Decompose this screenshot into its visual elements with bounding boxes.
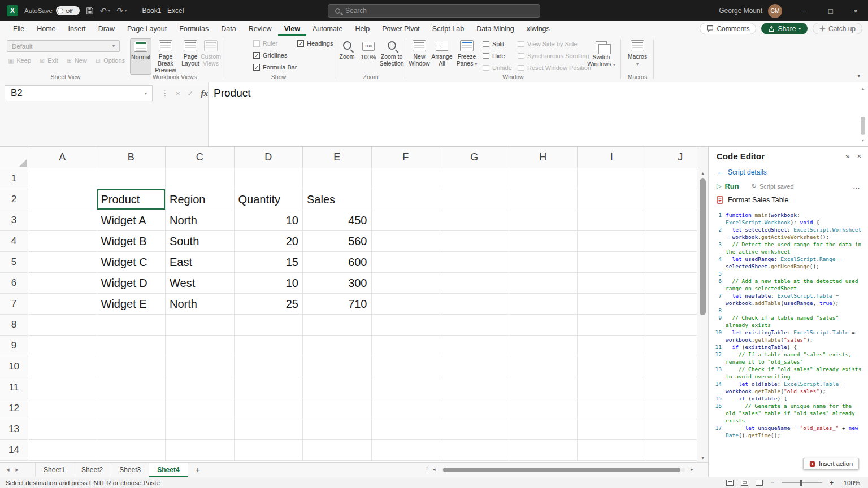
panel-collapse-icon[interactable]: » bbox=[845, 152, 849, 160]
zoom-level[interactable]: 100% bbox=[841, 480, 860, 486]
cell-B10[interactable] bbox=[97, 356, 166, 377]
reset-window-position-button[interactable]: Reset Window Position bbox=[518, 64, 591, 71]
cell-H13[interactable] bbox=[509, 419, 578, 439]
switch-windows-button[interactable]: Switch Windows ▾ bbox=[587, 38, 616, 67]
cell-F7[interactable] bbox=[372, 294, 441, 314]
redo-button[interactable]: ↷▾ bbox=[116, 6, 127, 15]
cell-I11[interactable] bbox=[578, 377, 646, 398]
cell-H4[interactable] bbox=[509, 231, 578, 251]
row-header-9[interactable]: 9 bbox=[0, 336, 28, 356]
cell-D8[interactable] bbox=[235, 315, 303, 335]
cell-C3[interactable]: North bbox=[166, 210, 235, 230]
avatar[interactable]: GM bbox=[768, 4, 782, 18]
cell-C4[interactable]: South bbox=[166, 231, 235, 251]
page-layout-view-button[interactable]: Page Layout bbox=[180, 38, 201, 67]
cancel-button[interactable]: × bbox=[176, 89, 180, 98]
cell-E8[interactable] bbox=[303, 315, 372, 335]
cell-B1[interactable] bbox=[97, 168, 166, 189]
horizontal-scroll-thumb[interactable] bbox=[443, 468, 680, 472]
cell-H2[interactable] bbox=[509, 189, 578, 210]
cell-J12[interactable] bbox=[646, 398, 697, 419]
cell-H3[interactable] bbox=[509, 210, 578, 230]
freeze-panes-button[interactable]: Freeze Panes ▾ bbox=[454, 38, 479, 67]
code-line-5[interactable]: 5 bbox=[709, 270, 868, 277]
cell-G7[interactable] bbox=[440, 294, 509, 314]
cell-H6[interactable] bbox=[509, 273, 578, 293]
row-header-10[interactable]: 10 bbox=[0, 356, 28, 377]
cell-J6[interactable] bbox=[646, 273, 697, 293]
cell-E14[interactable] bbox=[303, 440, 372, 460]
ruler-checkbox[interactable]: Ruler bbox=[253, 40, 277, 47]
cell-C8[interactable] bbox=[166, 315, 235, 335]
cell-F10[interactable] bbox=[372, 356, 441, 377]
cell-D6[interactable]: 10 bbox=[235, 273, 303, 293]
name-box[interactable]: B2 ▾ bbox=[5, 85, 153, 101]
cell-D14[interactable] bbox=[235, 440, 303, 460]
hscroll-left-icon[interactable]: ◂ bbox=[433, 467, 436, 472]
cell-F12[interactable] bbox=[372, 398, 441, 419]
select-all-corner[interactable] bbox=[0, 147, 28, 168]
column-header-d[interactable]: D bbox=[235, 147, 303, 168]
cell-B3[interactable]: Widget A bbox=[97, 210, 166, 230]
cell-G9[interactable] bbox=[440, 336, 509, 356]
zoom-slider-knob[interactable] bbox=[800, 480, 802, 486]
cell-J14[interactable] bbox=[646, 440, 697, 460]
row-header-11[interactable]: 11 bbox=[0, 377, 28, 398]
cell-I6[interactable] bbox=[578, 273, 646, 293]
formula-scroll-up-icon[interactable]: ▴ bbox=[862, 86, 864, 91]
cell-B12[interactable] bbox=[97, 398, 166, 419]
ribbon-tab-script-lab[interactable]: Script Lab bbox=[426, 21, 470, 36]
cell-D1[interactable] bbox=[235, 168, 303, 189]
sheet-tab-sheet3[interactable]: Sheet3 bbox=[111, 463, 149, 477]
close-button[interactable]: × bbox=[843, 0, 868, 21]
ribbon-tab-home[interactable]: Home bbox=[31, 21, 62, 36]
insert-action-button[interactable]: Insert action bbox=[803, 457, 859, 470]
macros-button[interactable]: Macros ▾ bbox=[626, 38, 649, 67]
column-header-j[interactable]: J bbox=[646, 147, 697, 168]
cell-F8[interactable] bbox=[372, 315, 441, 335]
cell-G1[interactable] bbox=[440, 168, 509, 189]
cell-F9[interactable] bbox=[372, 336, 441, 356]
cell-I8[interactable] bbox=[578, 315, 646, 335]
cell-H9[interactable] bbox=[509, 336, 578, 356]
cell-F13[interactable] bbox=[372, 419, 441, 439]
catch-up-button[interactable]: Catch up bbox=[813, 23, 862, 34]
cell-I7[interactable] bbox=[578, 294, 646, 314]
excel-logo-icon[interactable]: X bbox=[7, 5, 18, 16]
cell-I4[interactable] bbox=[578, 231, 646, 251]
add-sheet-button[interactable]: + bbox=[188, 465, 208, 474]
code-line-2[interactable]: 2 let selectedSheet: ExcelScript.Workshe… bbox=[709, 226, 868, 241]
cell-G5[interactable] bbox=[440, 252, 509, 272]
cell-A13[interactable] bbox=[28, 419, 97, 439]
cell-D3[interactable]: 10 bbox=[235, 210, 303, 230]
cell-A8[interactable] bbox=[28, 315, 97, 335]
cell-J4[interactable] bbox=[646, 231, 697, 251]
zoom-in-button[interactable]: + bbox=[830, 479, 834, 487]
maximize-button[interactable]: □ bbox=[818, 0, 843, 21]
cell-B14[interactable] bbox=[97, 440, 166, 460]
cell-H11[interactable] bbox=[509, 377, 578, 398]
custom-views-button[interactable]: Custom Views bbox=[200, 38, 222, 67]
cell-G11[interactable] bbox=[440, 377, 509, 398]
column-header-c[interactable]: C bbox=[166, 147, 235, 168]
zoom-100-button[interactable]: 100 100% bbox=[358, 38, 379, 60]
cell-D13[interactable] bbox=[235, 419, 303, 439]
cell-H14[interactable] bbox=[509, 440, 578, 460]
cell-E6[interactable]: 300 bbox=[303, 273, 372, 293]
row-header-12[interactable]: 12 bbox=[0, 398, 28, 419]
cell-G13[interactable] bbox=[440, 419, 509, 439]
exit-button[interactable]: ⊠Exit bbox=[40, 57, 58, 64]
share-button[interactable]: Share ▾ bbox=[761, 23, 808, 34]
formula-scroll-thumb[interactable] bbox=[861, 117, 865, 135]
zoom-button[interactable]: Zoom bbox=[337, 38, 357, 60]
normal-view-button[interactable]: Normal bbox=[130, 38, 151, 75]
ribbon-tab-view[interactable]: View bbox=[278, 21, 306, 36]
headings-checkbox[interactable]: ✓ Headings bbox=[297, 40, 333, 47]
synchronous-scrolling-button[interactable]: Synchronous Scrolling bbox=[518, 53, 589, 59]
code-line-4[interactable]: 4 let usedRange: ExcelScript.Range = sel… bbox=[709, 255, 868, 270]
cell-C12[interactable] bbox=[166, 398, 235, 419]
unhide-button[interactable]: Unhide bbox=[483, 64, 512, 71]
cell-F4[interactable] bbox=[372, 231, 441, 251]
cell-B11[interactable] bbox=[97, 377, 166, 398]
formula-bar-collapse-icon[interactable]: ▾ bbox=[862, 138, 864, 143]
